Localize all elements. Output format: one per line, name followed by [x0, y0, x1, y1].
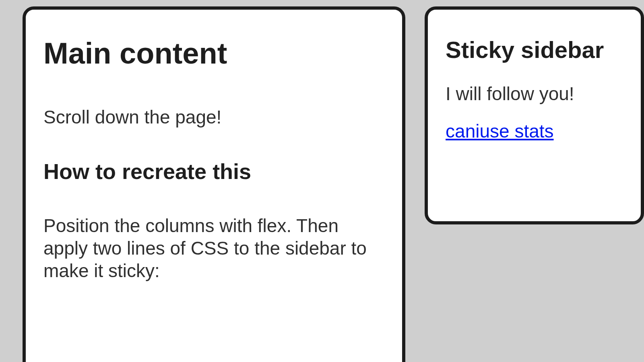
main-intro-text: Scroll down the page!: [43, 106, 384, 128]
sidebar-text: I will follow you!: [446, 82, 623, 105]
main-sub-heading: How to recreate this: [43, 159, 384, 184]
main-content-panel: Main content Scroll down the page! How t…: [23, 6, 405, 362]
main-body-text: Position the columns with flex. Then app…: [43, 214, 384, 282]
sticky-sidebar-panel: Sticky sidebar I will follow you! canius…: [425, 6, 644, 224]
sidebar-heading: Sticky sidebar: [446, 36, 623, 63]
caniuse-link[interactable]: caniuse stats: [446, 121, 553, 142]
page-wrapper: Main content Scroll down the page! How t…: [0, 0, 644, 362]
main-heading: Main content: [43, 36, 384, 70]
